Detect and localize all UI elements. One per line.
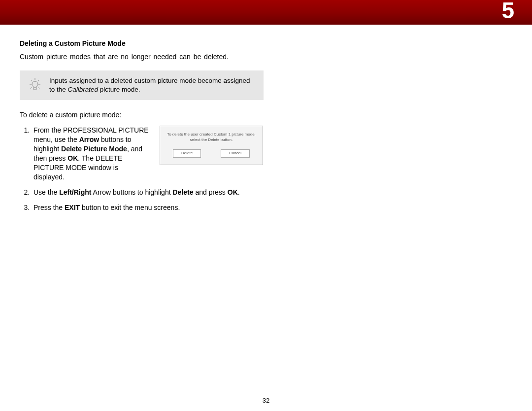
- dialog-screenshot: To delete the user created Custom 1 pict…: [160, 126, 263, 165]
- lead-line: To delete a custom picture mode:: [20, 111, 256, 119]
- dialog-cancel-button: Cancel: [221, 149, 250, 157]
- svg-line-7: [31, 87, 32, 89]
- dialog-message-line1: To delete the user created Custom 1 pict…: [164, 132, 259, 137]
- dialog-delete-button: Delete: [173, 149, 201, 157]
- svg-rect-1: [33, 87, 36, 90]
- svg-line-8: [38, 87, 39, 89]
- step-1-text: From the PROFESSIONAL PICTURE menu, use …: [33, 126, 150, 181]
- header-bar: 5: [0, 0, 532, 25]
- page-number: 32: [263, 397, 269, 404]
- delete-dialog: To delete the user created Custom 1 pict…: [160, 126, 263, 165]
- chapter-number: 5: [501, 0, 514, 24]
- intro-paragraph: Custom picture modes that are no longer …: [20, 52, 256, 62]
- svg-line-6: [38, 80, 39, 81]
- dialog-buttons: Delete Cancel: [164, 149, 259, 157]
- svg-line-5: [31, 80, 32, 81]
- lightbulb-icon: [28, 77, 42, 94]
- dialog-message-line2: select the Delete button.: [164, 137, 259, 142]
- tip-text-italic: Calibrated: [68, 86, 99, 93]
- step-2: Use the Left/Right Arrow buttons to high…: [32, 188, 256, 197]
- tip-text: Inputs assigned to a deleted custom pict…: [49, 77, 250, 93]
- page-content: Deleting a Custom Picture Mode Custom pi…: [0, 25, 276, 212]
- step-1: From the PROFESSIONAL PICTURE menu, use …: [32, 126, 256, 181]
- section-title: Deleting a Custom Picture Mode: [20, 39, 256, 47]
- steps-list: From the PROFESSIONAL PICTURE menu, use …: [20, 126, 256, 212]
- svg-point-0: [32, 81, 38, 87]
- step-3: Press the EXIT button to exit the menu s…: [32, 203, 256, 212]
- tip-callout: Inputs assigned to a deleted custom pict…: [20, 70, 264, 100]
- tip-text-part2: picture mode.: [98, 86, 140, 93]
